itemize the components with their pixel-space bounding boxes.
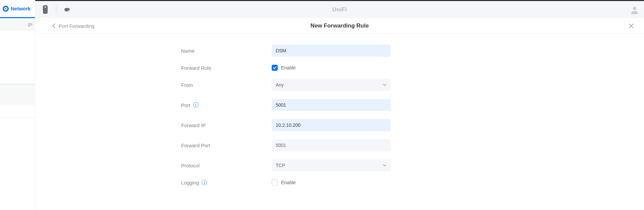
row-forward-ip: Forward IP [35,115,644,135]
input-forward-port[interactable] [272,139,391,151]
row-protocol: Protocol TCP [35,155,644,175]
row-forward-rule: Forward Rule Enable [35,61,644,75]
page-title: New Forwarding Rule [311,22,369,29]
row-from: From Any [35,75,644,95]
sidebar-item-truncated[interactable]: gs [0,18,35,30]
label-from: From [181,82,272,88]
input-forward-ip[interactable] [272,119,391,131]
select-protocol-value: TCP [276,163,285,168]
sidebar: Network gs [0,0,35,210]
router-icon[interactable] [64,6,70,14]
select-protocol[interactable]: TCP [272,159,391,171]
checkbox-logging[interactable] [272,179,278,186]
check-icon [273,66,277,70]
chevron-down-icon [383,83,387,87]
close-icon [629,23,634,29]
close-button[interactable] [629,23,634,29]
label-forward-ip: Forward IP [181,122,272,128]
label-logging: Logging i [181,180,272,186]
row-forward-port: Forward Port [35,135,644,155]
svg-point-1 [45,6,46,8]
svg-point-3 [633,7,636,10]
select-from-value: Any [276,82,284,88]
topbar-divider [56,6,56,14]
label-name: Name [181,48,272,54]
main-area: UniFi Port Forwarding New Forwarding Rul… [35,0,644,210]
row-name: Name [35,41,644,61]
checkbox-label-logging: Enable [281,180,296,185]
device-icon[interactable] [42,6,49,14]
topbar: UniFi [35,0,644,18]
input-name[interactable] [272,45,391,57]
chevron-down-icon [383,163,387,167]
label-forward-rule: Forward Rule [181,65,272,71]
info-icon-port[interactable]: i [193,102,199,108]
network-tab[interactable]: Network [0,0,35,18]
form-area: Name Forward Rule Enable From Any [35,34,644,210]
label-port: Port i [181,102,272,108]
page-header: Port Forwarding New Forwarding Rule [35,18,644,34]
brand-logo: UniFi [332,6,347,13]
back-label: Port Forwarding [59,23,95,29]
network-label: Network [11,6,31,11]
row-port: Port i [35,95,644,115]
label-protocol: Protocol [181,163,272,168]
back-link[interactable]: Port Forwarding [52,23,95,29]
user-avatar[interactable] [630,5,639,14]
input-port[interactable] [272,99,391,111]
row-logging: Logging i Enable [35,175,644,190]
label-forward-port: Forward Port [181,143,272,148]
chevron-left-icon [52,23,55,28]
network-icon [3,6,9,12]
info-icon-logging[interactable]: i [202,180,207,185]
sidebar-separator-2 [0,118,35,118]
select-from[interactable]: Any [272,79,391,91]
checkbox-forward-rule[interactable] [272,65,278,71]
sidebar-active-block[interactable] [0,84,35,104]
checkbox-label-forward-rule: Enable [281,65,296,70]
